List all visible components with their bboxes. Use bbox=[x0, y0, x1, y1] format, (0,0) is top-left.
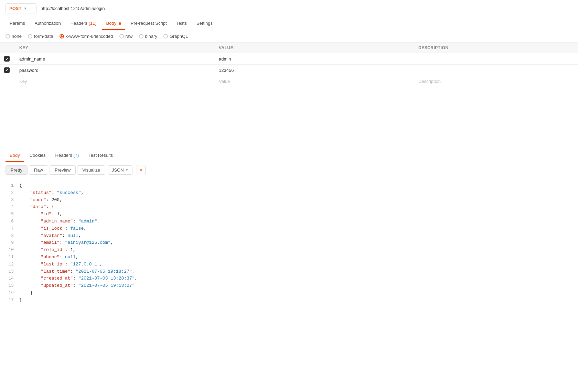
row2-key-cell[interactable]: password bbox=[15, 65, 215, 76]
radio-graphql[interactable]: GraphQL bbox=[163, 34, 188, 39]
radio-circle-urlencoded bbox=[60, 34, 64, 39]
row2-value-value: 123456 bbox=[219, 68, 234, 73]
url-bar: POST ▼ bbox=[0, 0, 578, 17]
radio-none[interactable]: none bbox=[6, 34, 22, 39]
radio-label-raw: raw bbox=[126, 34, 133, 39]
json-line-8: 8 "avatar": null, bbox=[6, 232, 572, 240]
empty-value-cell[interactable]: Value bbox=[215, 76, 414, 87]
json-chevron-icon: ▼ bbox=[125, 168, 129, 172]
json-line-6: 6 "admin_name": "admin", bbox=[6, 218, 572, 225]
row2-value-cell[interactable]: 123456 bbox=[215, 65, 414, 76]
tab-authorization[interactable]: Authorization bbox=[31, 17, 65, 30]
json-line-2: 2 "status": "success", bbox=[6, 189, 572, 197]
row1-key-value: admin_name bbox=[19, 56, 45, 62]
request-tabs: Params Authorization Headers (11) Body P… bbox=[0, 17, 578, 30]
tab-headers[interactable]: Headers (11) bbox=[66, 17, 101, 30]
json-line-1: 1 { bbox=[6, 182, 572, 189]
resp-tab-test-results[interactable]: Test Results bbox=[84, 149, 117, 162]
json-format-label: JSON bbox=[112, 167, 124, 173]
radio-urlencoded[interactable]: x-www-form-urlencoded bbox=[60, 34, 113, 39]
empty-desc-placeholder: Description bbox=[418, 79, 441, 84]
col-header-check bbox=[0, 43, 15, 53]
json-line-14: 14 "created_at": "2021-07-03 13:28:37", bbox=[6, 275, 572, 282]
radio-form-data[interactable]: form-data bbox=[28, 34, 53, 39]
row1-checkbox[interactable] bbox=[4, 56, 10, 62]
resp-tab-headers[interactable]: Headers (7) bbox=[51, 149, 83, 162]
json-line-16: 16 } bbox=[6, 290, 572, 297]
row1-value-value: admin bbox=[219, 56, 231, 62]
row2-desc-cell[interactable] bbox=[414, 65, 578, 76]
table-row: password 123456 bbox=[0, 65, 578, 76]
request-section: KEY VALUE DESCRIPTION admin_name admin bbox=[0, 43, 578, 149]
format-visualize-button[interactable]: Visualize bbox=[77, 165, 105, 175]
resp-tab-body[interactable]: Body bbox=[6, 149, 24, 162]
json-line-13: 13 "last_time": "2021-07-05 19:18:27", bbox=[6, 268, 572, 275]
col-header-desc: DESCRIPTION bbox=[414, 43, 578, 53]
tab-tests[interactable]: Tests bbox=[172, 17, 191, 30]
row1-desc-cell[interactable] bbox=[414, 53, 578, 65]
format-pretty-button[interactable]: Pretty bbox=[6, 165, 28, 175]
format-raw-button[interactable]: Raw bbox=[29, 165, 48, 175]
row2-checkbox[interactable] bbox=[4, 67, 10, 73]
empty-key-cell[interactable]: Key bbox=[15, 76, 215, 87]
empty-desc-cell[interactable]: Description bbox=[414, 76, 578, 87]
tab-body[interactable]: Body bbox=[102, 17, 125, 30]
radio-label-none: none bbox=[12, 34, 22, 39]
row1-value-cell[interactable]: admin bbox=[215, 53, 414, 65]
empty-value-placeholder: Value bbox=[219, 79, 230, 84]
tab-params[interactable]: Params bbox=[6, 17, 29, 30]
json-line-15: 15 "updated_at": "2021-07-05 19:18:27" bbox=[6, 282, 572, 290]
col-header-key: KEY bbox=[15, 43, 215, 53]
radio-label-urlencoded: x-www-form-urlencoded bbox=[66, 34, 113, 39]
row1-key-cell[interactable]: admin_name bbox=[15, 53, 215, 65]
json-line-11: 11 "phone": null, bbox=[6, 254, 572, 261]
tab-pre-request[interactable]: Pre-request Script bbox=[127, 17, 171, 30]
json-line-7: 7 "is_lock": false, bbox=[6, 225, 572, 232]
radio-label-binary: binary bbox=[145, 34, 157, 39]
json-line-5: 5 "id": 1, bbox=[6, 211, 572, 218]
json-line-12: 12 "last_ip": "127.0.0.1", bbox=[6, 261, 572, 268]
table-row-empty: Key Value Description bbox=[0, 76, 578, 87]
format-row: Pretty Raw Preview Visualize JSON ▼ ≡ bbox=[0, 162, 578, 178]
json-line-3: 3 "code": 200, bbox=[6, 197, 572, 204]
json-line-4: 4 "data": { bbox=[6, 204, 572, 211]
format-preview-button[interactable]: Preview bbox=[50, 165, 76, 175]
chevron-down-icon: ▼ bbox=[23, 7, 27, 10]
params-table: KEY VALUE DESCRIPTION admin_name admin bbox=[0, 43, 578, 87]
radio-circle-graphql bbox=[163, 34, 168, 39]
radio-circle-none bbox=[6, 34, 10, 39]
response-tabs: Body Cookies Headers (7) Test Results bbox=[0, 149, 578, 162]
radio-circle-raw bbox=[119, 34, 124, 39]
radio-binary[interactable]: binary bbox=[139, 34, 157, 39]
body-dot-indicator bbox=[119, 22, 121, 25]
json-line-9: 9 "email": "ainiyar@126.com", bbox=[6, 239, 572, 247]
radio-raw[interactable]: raw bbox=[119, 34, 133, 39]
empty-check-cell bbox=[0, 76, 15, 87]
table-row: admin_name admin bbox=[0, 53, 578, 65]
method-select[interactable]: POST ▼ bbox=[6, 3, 36, 13]
method-label: POST bbox=[9, 6, 21, 11]
row2-key-value: password bbox=[19, 68, 39, 73]
radio-circle-binary bbox=[139, 34, 143, 39]
col-header-value: VALUE bbox=[215, 43, 414, 53]
response-section: Body Cookies Headers (7) Test Results Pr… bbox=[0, 149, 578, 308]
row1-check-cell bbox=[0, 53, 15, 65]
row2-check-cell bbox=[0, 65, 15, 76]
json-line-17: 17 } bbox=[6, 297, 572, 304]
resp-tab-cookies[interactable]: Cookies bbox=[25, 149, 50, 162]
wrap-button[interactable]: ≡ bbox=[137, 165, 146, 175]
json-format-select[interactable]: JSON ▼ bbox=[108, 165, 132, 175]
json-line-10: 10 "role_id": 1, bbox=[6, 247, 572, 254]
body-type-row: none form-data x-www-form-urlencoded raw… bbox=[0, 30, 578, 43]
radio-label-graphql: GraphQL bbox=[170, 34, 188, 39]
url-input[interactable] bbox=[39, 4, 572, 13]
radio-label-form-data: form-data bbox=[34, 34, 53, 39]
tab-settings[interactable]: Settings bbox=[192, 17, 217, 30]
json-viewer: 1 { 2 "status": "success", 3 "code": 200… bbox=[0, 178, 578, 308]
empty-key-placeholder: Key bbox=[19, 79, 27, 84]
radio-circle-form-data bbox=[28, 34, 32, 39]
